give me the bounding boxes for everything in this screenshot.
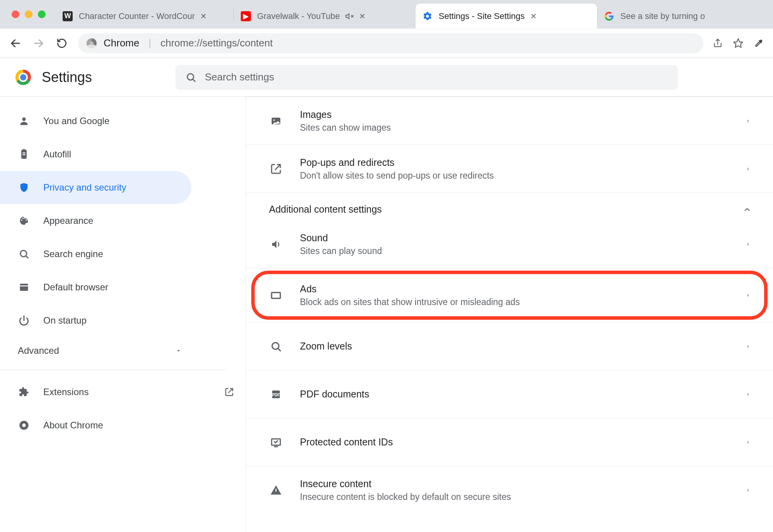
content-row-sound[interactable]: Sound Sites can play sound: [246, 220, 773, 268]
settings-header: Settings Search settings: [0, 58, 773, 97]
window-tab-strip: W Character Counter - WordCoun ✕ ▶ Grave…: [0, 0, 773, 29]
settings-sidebar: You and Google Autofill Privacy and secu…: [0, 97, 246, 532]
sidebar-item-label: About Chrome: [43, 420, 103, 431]
search-placeholder: Search settings: [205, 71, 274, 83]
sidebar-item-label: Appearance: [43, 215, 93, 226]
browser-toolbar: Chrome | chrome://settings/content: [0, 29, 773, 58]
sidebar-item-label: Search engine: [43, 249, 103, 259]
close-icon[interactable]: ✕: [530, 12, 537, 21]
svg-rect-19: [272, 292, 281, 298]
protected-content-icon: [269, 435, 283, 449]
chevron-right-icon: [745, 292, 751, 298]
browser-window-icon: [18, 281, 30, 293]
favicon-youtube: ▶: [241, 11, 251, 21]
row-title: Images: [300, 109, 745, 120]
settings-body: You and Google Autofill Privacy and secu…: [0, 97, 773, 532]
tab-settings[interactable]: Settings - Site Settings ✕: [415, 3, 597, 29]
chevron-right-icon: [745, 343, 751, 350]
tab-title: Settings - Site Settings: [439, 11, 525, 21]
content-row-insecure-content[interactable]: Insecure content Insecure content is blo…: [246, 466, 773, 514]
sidebar-advanced-toggle[interactable]: Advanced: [0, 337, 245, 364]
row-title: Ads: [300, 283, 745, 295]
gear-icon: [422, 11, 432, 21]
sidebar-item-default-browser[interactable]: Default browser: [0, 271, 191, 304]
chevron-up-icon: [743, 205, 751, 214]
content-row-images[interactable]: Images Sites can show images: [246, 97, 773, 145]
warning-icon: [269, 483, 283, 497]
svg-line-7: [193, 79, 195, 81]
sidebar-item-label: Extensions: [43, 387, 89, 397]
shield-icon: [18, 181, 30, 194]
reload-button[interactable]: [55, 36, 69, 50]
svg-point-16: [22, 423, 26, 427]
tab-wordcounter[interactable]: W Character Counter - WordCoun ✕: [56, 3, 233, 29]
open-in-new-icon: [269, 162, 283, 176]
chrome-logo-icon: [15, 70, 31, 85]
content-row-zoom-levels[interactable]: Zoom levels: [246, 322, 773, 370]
tab-google-support[interactable]: See a site by turning off Chr: [597, 3, 773, 29]
svg-line-21: [278, 348, 281, 351]
image-icon: [269, 114, 283, 128]
section-additional-content[interactable]: Additional content settings: [246, 193, 773, 220]
section-title: Additional content settings: [269, 204, 382, 215]
forward-button[interactable]: [32, 36, 46, 50]
tab-title: Gravelwalk - YouTube: [257, 11, 340, 21]
sidebar-item-label: Autofill: [43, 149, 71, 160]
close-icon[interactable]: ✕: [200, 12, 207, 21]
sidebar-item-privacy-security[interactable]: Privacy and security: [0, 171, 191, 204]
open-in-new-icon: [225, 387, 234, 397]
window-minimize-button[interactable]: [25, 10, 32, 18]
sidebar-item-on-startup[interactable]: On startup: [0, 304, 191, 337]
back-button[interactable]: [9, 36, 22, 50]
svg-point-18: [273, 119, 275, 121]
row-title: Insecure content: [300, 478, 745, 489]
palette-icon: [18, 215, 30, 227]
sidebar-item-extensions[interactable]: Extensions: [0, 375, 234, 409]
eyedropper-icon[interactable]: [754, 38, 764, 48]
tab-title: Character Counter - WordCoun: [79, 11, 195, 21]
site-identity-icon[interactable]: [87, 38, 97, 48]
bookmark-star-icon[interactable]: [733, 38, 744, 49]
person-icon: [18, 115, 30, 127]
sidebar-item-appearance[interactable]: Appearance: [0, 204, 191, 237]
chevron-right-icon: [745, 391, 751, 397]
advanced-label: Advanced: [18, 345, 59, 356]
chevron-right-icon: [745, 166, 751, 172]
content-row-popups[interactable]: Pop-ups and redirects Don't allow sites …: [246, 145, 773, 193]
window-zoom-button[interactable]: [38, 10, 46, 18]
search-icon: [18, 248, 30, 260]
sidebar-item-search-engine[interactable]: Search engine: [0, 237, 191, 271]
row-subtitle: Block ads on sites that show intrusive o…: [300, 297, 745, 307]
row-subtitle: Insecure content is blocked by default o…: [300, 492, 745, 502]
window-controls: [0, 0, 56, 29]
row-subtitle: Sites can show images: [300, 123, 745, 133]
chevron-right-icon: [745, 487, 751, 493]
sidebar-item-autofill[interactable]: Autofill: [0, 138, 191, 171]
svg-point-8: [22, 118, 26, 121]
row-subtitle: Don't allow sites to send pop-ups or use…: [300, 171, 745, 181]
volume-icon: [269, 237, 283, 251]
audio-muted-icon[interactable]: [345, 12, 354, 20]
sidebar-separator: [0, 370, 226, 370]
content-row-protected-content[interactable]: Protected content IDs: [246, 418, 773, 466]
svg-marker-5: [734, 39, 742, 47]
window-close-button[interactable]: [12, 10, 19, 18]
chevron-right-icon: [745, 439, 751, 445]
settings-search-input[interactable]: Search settings: [175, 65, 678, 90]
tab-youtube[interactable]: ▶ Gravelwalk - YouTube ✕: [234, 3, 415, 29]
chevron-right-icon: [745, 118, 751, 124]
content-row-ads[interactable]: Ads Block ads on sites that show intrusi…: [246, 268, 773, 322]
row-title: Protected content IDs: [300, 437, 745, 448]
sidebar-item-you-and-google[interactable]: You and Google: [0, 104, 191, 138]
favicon-google: [604, 11, 614, 21]
search-icon: [186, 72, 196, 83]
ads-icon: [269, 288, 283, 302]
content-row-pdf-documents[interactable]: PDF PDF documents: [246, 370, 773, 418]
sidebar-item-label: You and Google: [43, 116, 109, 126]
share-icon[interactable]: [713, 38, 723, 48]
close-icon[interactable]: ✕: [359, 12, 366, 21]
row-title: Sound: [300, 232, 745, 244]
address-bar[interactable]: Chrome | chrome://settings/content: [78, 33, 703, 53]
sidebar-item-about-chrome[interactable]: About Chrome: [0, 409, 191, 442]
chrome-outline-icon: [18, 419, 30, 431]
